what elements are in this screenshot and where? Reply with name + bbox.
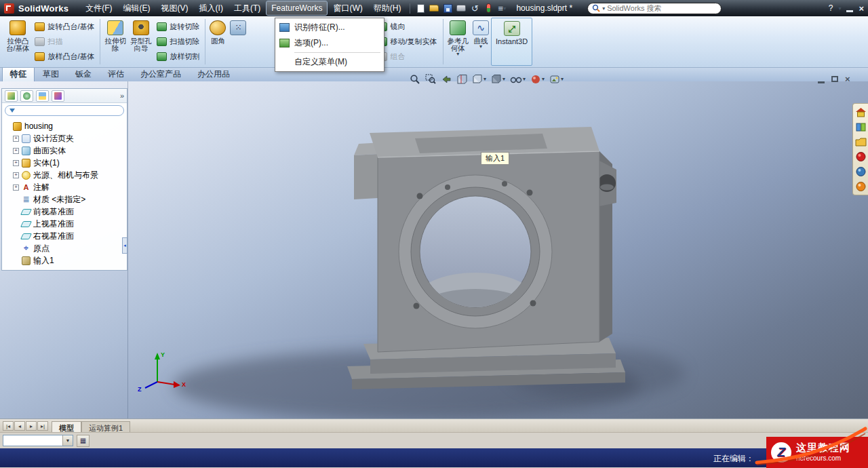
tree-filter-bar[interactable]: [5, 105, 124, 116]
toolbox-icon[interactable]: [855, 151, 867, 162]
tree-item-solid-bodies[interactable]: 实体(1): [4, 157, 127, 169]
hole-wizard-button[interactable]: 异型孔 向导: [128, 18, 154, 66]
tab-features[interactable]: 特征: [2, 66, 35, 81]
help-button[interactable]: ?: [829, 3, 833, 13]
sweep-cut-button[interactable]: 扫描切除: [155, 36, 201, 47]
menu-tools[interactable]: 工具(T): [229, 1, 265, 16]
tab-sheet-metal[interactable]: 钣金: [67, 66, 100, 81]
display-style-icon[interactable]: ▾: [490, 73, 507, 85]
expand-icon[interactable]: [13, 148, 19, 154]
menu-insert[interactable]: 插入(I): [195, 1, 228, 16]
menu-item-options[interactable]: 选项(P)...: [277, 35, 382, 51]
save-icon[interactable]: [441, 2, 454, 14]
tree-item-annotations[interactable]: 注解: [4, 181, 127, 193]
expand-icon[interactable]: [13, 136, 19, 142]
view-orientation-icon[interactable]: ▾: [471, 73, 488, 85]
hide-show-items-icon[interactable]: ▾: [509, 73, 527, 85]
revolve-cut-button[interactable]: 旋转切除: [155, 21, 201, 33]
tree-item-origin[interactable]: 原点: [4, 242, 127, 254]
section-view-icon[interactable]: [455, 73, 469, 85]
next-tab-icon[interactable]: ▸: [26, 421, 37, 431]
appearances-icon[interactable]: [855, 166, 867, 177]
search-input[interactable]: [607, 4, 702, 12]
tree-item-top-plane[interactable]: 上视基准面: [4, 218, 127, 230]
macro-run-button[interactable]: ▦: [77, 435, 90, 447]
home-resources-icon[interactable]: [855, 106, 867, 117]
menu-window[interactable]: 窗口(W): [328, 1, 367, 16]
previous-view-icon[interactable]: [439, 73, 453, 85]
linear-pattern-button[interactable]: [228, 18, 248, 66]
zoom-fit-icon[interactable]: [408, 73, 422, 85]
rebuild-icon[interactable]: [482, 2, 494, 14]
instant3d-button[interactable]: Instant3D: [491, 18, 532, 66]
expand-icon[interactable]: [13, 172, 19, 178]
tab-office-supplies[interactable]: 办公用品: [189, 66, 238, 81]
loft-cut-button[interactable]: 放样切割: [155, 51, 201, 62]
propertymanager-tab[interactable]: [20, 90, 33, 102]
menu-item-customize-menu[interactable]: 自定义菜单(M): [277, 54, 382, 70]
combobox-chevron-icon[interactable]: ▼: [62, 435, 73, 446]
graphics-viewport[interactable]: Y X Z: [0, 81, 868, 418]
macro-combobox[interactable]: ▼: [3, 435, 73, 446]
zoom-area-icon[interactable]: [424, 73, 437, 85]
minimize-window-icon[interactable]: [846, 10, 853, 12]
extrude-boss-button[interactable]: 拉伸凸 台/基体: [4, 18, 31, 66]
featuremanager-tree-tab[interactable]: [5, 90, 18, 102]
tab-office-products[interactable]: 办公室产品: [132, 66, 189, 81]
close-window-icon[interactable]: ×: [859, 3, 864, 14]
search-scope-chevron-icon[interactable]: ▾: [602, 5, 605, 12]
tree-item-surface-bodies[interactable]: 曲面实体: [4, 144, 127, 157]
custom-properties-icon[interactable]: [855, 181, 867, 192]
reference-geometry-button[interactable]: 参考几 何体 ▾: [446, 18, 471, 66]
menu-edit[interactable]: 编辑(E): [119, 1, 155, 16]
doc-restore-icon[interactable]: [831, 76, 838, 82]
move-copy-bodies-button[interactable]: 移动/复制实体: [375, 36, 439, 47]
expand-icon[interactable]: [13, 160, 19, 166]
extrude-cut-button[interactable]: 拉伸切 除: [102, 18, 128, 66]
open-icon[interactable]: [428, 2, 440, 14]
fillet-button[interactable]: 圆角: [208, 18, 228, 66]
tree-item-design-binder[interactable]: 设计活页夹: [4, 132, 127, 144]
options-icon[interactable]: ≡▾: [496, 2, 508, 14]
help-chevron-icon[interactable]: ▾: [838, 5, 841, 12]
tab-sketch[interactable]: 草图: [35, 66, 67, 81]
menu-item-recognize-features[interactable]: 识别特征(R)...: [277, 20, 382, 35]
apply-scene-icon[interactable]: ▾: [548, 73, 565, 85]
tree-item-right-plane[interactable]: 右视基准面: [4, 230, 127, 242]
first-tab-icon[interactable]: |◂: [3, 421, 14, 431]
revolve-boss-button[interactable]: 旋转凸台/基体: [33, 21, 96, 33]
edit-appearance-icon[interactable]: ▾: [529, 73, 546, 85]
tab-evaluate[interactable]: 评估: [100, 66, 132, 81]
search-box[interactable]: ▾: [587, 3, 722, 14]
new-document-icon[interactable]: [414, 2, 427, 14]
curves-button[interactable]: 曲线 ▾: [471, 18, 491, 66]
panel-splitter-line[interactable]: [127, 81, 128, 418]
display-pane-collapse-arrow-icon[interactable]: ◂: [122, 237, 127, 254]
tree-item-imported1[interactable]: 输入1: [4, 254, 127, 267]
loft-boss-button[interactable]: 放样凸台/基体: [33, 51, 96, 62]
design-library-icon[interactable]: [855, 121, 867, 132]
doc-close-icon[interactable]: ×: [845, 75, 850, 83]
tree-item-front-plane[interactable]: 前视基准面: [4, 206, 127, 218]
file-explorer-icon[interactable]: [855, 136, 867, 147]
menu-featureworks[interactable]: FeatureWorks: [267, 1, 327, 15]
prev-tab-icon[interactable]: ◂: [14, 421, 25, 431]
dimxpertmanager-tab[interactable]: [52, 90, 64, 102]
expand-icon[interactable]: [13, 184, 19, 191]
panel-overflow-chevron-icon[interactable]: »: [120, 92, 124, 100]
menu-help[interactable]: 帮助(H): [369, 1, 406, 16]
menu-view[interactable]: 视图(V): [157, 1, 193, 16]
tab-model[interactable]: 模型: [52, 421, 81, 432]
tree-item-lights-cameras[interactable]: 光源、相机与布景: [4, 169, 127, 181]
mirror-button[interactable]: 镜向: [375, 21, 439, 33]
last-tab-icon[interactable]: ▸|: [37, 421, 48, 431]
tab-motion-study[interactable]: 运动算例1: [81, 421, 130, 432]
print-icon[interactable]: [455, 2, 467, 14]
tree-item-material[interactable]: 材质 <未指定>: [4, 193, 127, 206]
tree-item-housing[interactable]: housing: [4, 120, 127, 132]
housing-part-3d-view[interactable]: Y X Z: [0, 81, 868, 418]
configurationmanager-tab[interactable]: [36, 90, 49, 102]
undo-icon[interactable]: ↺: [469, 2, 481, 14]
doc-minimize-icon[interactable]: [818, 81, 825, 83]
menu-file[interactable]: 文件(F): [81, 1, 117, 16]
